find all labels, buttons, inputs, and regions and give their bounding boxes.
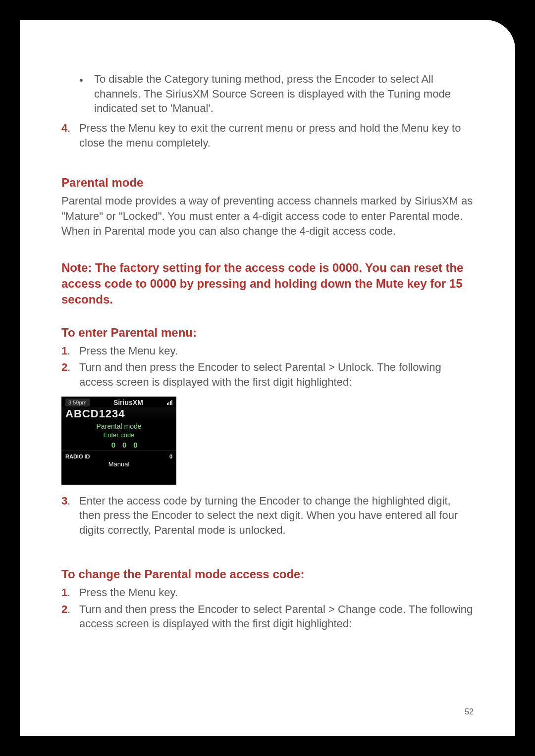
- step-text: Press the Menu key.: [79, 344, 474, 358]
- step-number-value: 2: [61, 361, 67, 373]
- page-number: 52: [465, 707, 474, 716]
- step-text: Turn and then press the Encoder to selec…: [79, 602, 474, 631]
- screenshot-id: ABCD1234: [61, 407, 176, 420]
- note-block: Note: The factory setting for the access…: [61, 260, 474, 308]
- step-number: 2.: [61, 602, 79, 631]
- screenshot-time: 3:59pm: [65, 399, 90, 406]
- heading-change-code: To change the Parental mode access code:: [61, 567, 474, 581]
- device-screenshot: 3:59pm SiriusXM ABCD1234 Parental mode E…: [61, 397, 176, 485]
- step-number: 2.: [61, 360, 79, 389]
- step-number-value: 2: [61, 603, 67, 615]
- screenshot-radio-row: RADIO ID 0: [61, 450, 176, 459]
- signal-icon: [167, 400, 172, 405]
- screenshot-footer: Manual: [61, 459, 176, 471]
- bullet-dot-icon: •: [79, 72, 94, 116]
- change-step-2: 2. Turn and then press the Encoder to se…: [61, 602, 474, 631]
- enter-step-1: 1. Press the Menu key.: [61, 344, 474, 358]
- step-number: 4.: [61, 121, 79, 150]
- page-content: • To disable the Category tuning method,…: [61, 72, 474, 631]
- step-number-value: 3: [61, 495, 67, 507]
- enter-step-3: 3. Enter the access code by turning the …: [61, 494, 474, 538]
- step-number-value: 1: [61, 586, 67, 599]
- code-digit-2: 0: [111, 441, 115, 449]
- screenshot-brand: SiriusXM: [113, 399, 143, 406]
- step-number-value: 1: [61, 345, 67, 357]
- document-page: • To disable the Category tuning method,…: [20, 20, 515, 736]
- heading-parental-mode: Parental mode: [61, 176, 474, 190]
- step-number: 3.: [61, 494, 79, 538]
- change-step-1: 1. Press the Menu key.: [61, 585, 474, 600]
- step-text: Turn and then press the Encoder to selec…: [79, 360, 474, 389]
- screenshot-radio-value: 0: [169, 454, 172, 459]
- code-digit-4: 0: [133, 441, 137, 449]
- enter-step-2: 2. Turn and then press the Encoder to se…: [61, 360, 474, 389]
- bullet-text: To disable the Category tuning method, p…: [94, 72, 474, 116]
- code-digit-3: 0: [122, 441, 126, 449]
- step-number: 1.: [61, 344, 79, 358]
- screenshot-mode-label: Parental mode: [61, 422, 176, 430]
- step-number-value: 4: [61, 122, 67, 134]
- screenshot-radio-label: RADIO ID: [65, 454, 90, 459]
- step-text: Press the Menu key.: [79, 585, 474, 600]
- bullet-item: • To disable the Category tuning method,…: [79, 72, 474, 116]
- parental-body: Parental mode provides a way of preventi…: [61, 194, 474, 239]
- step-4: 4. Press the Menu key to exit the curren…: [61, 121, 474, 150]
- screenshot-statusbar: 3:59pm SiriusXM: [61, 397, 176, 407]
- screenshot-code-row: 0 0 0 0: [61, 441, 176, 449]
- screenshot-enter-label: Enter code: [61, 431, 176, 439]
- step-number: 1.: [61, 585, 79, 600]
- screenshot-center: Parental mode Enter code 0 0 0 0: [61, 420, 176, 450]
- step-text: Press the Menu key to exit the current m…: [79, 121, 474, 150]
- step-text: Enter the access code by turning the Enc…: [79, 494, 474, 538]
- heading-enter-parental: To enter Parental menu:: [61, 326, 474, 340]
